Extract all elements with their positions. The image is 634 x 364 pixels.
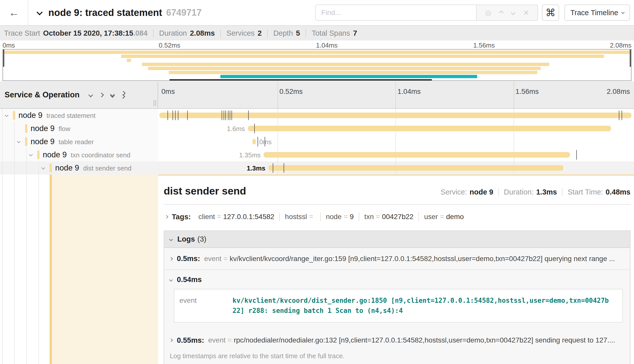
- span-name-column: node 9table reader: [0, 135, 158, 148]
- meta-value: 7: [353, 29, 357, 37]
- indent-guide: [14, 148, 15, 161]
- log-field-table: eventkv/kvclient/kvcoord/dist_sender.go:…: [174, 289, 623, 323]
- log-field-equals: =: [223, 255, 227, 263]
- title-collapse-chevron[interactable]: [37, 10, 42, 15]
- tag-equals: =: [440, 213, 444, 221]
- log-entry-text: event=kv/kvclient/kvcoord/range_iter.go:…: [204, 255, 624, 263]
- view-selector-label: Trace Timeline: [570, 9, 618, 17]
- log-entry-row[interactable]: 0.55ms:event=rpc/nodedialer/nodedialer.g…: [164, 330, 630, 351]
- detail-indent-column: [0, 175, 158, 364]
- column-resize-handle[interactable]: [154, 100, 156, 106]
- span-detail-row: dist sender send Service:node 9Duration:…: [0, 175, 634, 364]
- span-rows-area: node 9traced statementnode 9flow1.6msnod…: [0, 109, 634, 364]
- minimap-scrubber-right[interactable]: [630, 50, 631, 67]
- chevron-right-icon: [169, 338, 173, 342]
- minimap-span-bar: [142, 63, 550, 66]
- log-tick-mark: [173, 111, 173, 120]
- trace-meta-item: Duration2.08ms: [153, 29, 215, 37]
- span-operation-name: flow: [59, 125, 70, 133]
- trace-meta-item: Depth5: [267, 29, 300, 37]
- row-collapse-chevron[interactable]: [29, 153, 33, 156]
- tag-value: demo: [446, 213, 464, 221]
- find-group: ◎ ✕: [315, 5, 538, 21]
- detail-meta-item: Service:node 9: [440, 188, 493, 196]
- tag-value: 00427b22: [382, 213, 414, 221]
- tag-item: hostssl=: [279, 212, 320, 221]
- expand-all-icon[interactable]: [122, 92, 125, 98]
- span-operation-name: dist sender send: [83, 164, 132, 172]
- tag-equals: =: [309, 213, 313, 221]
- tag-equals: =: [376, 213, 380, 221]
- collapse-one-icon[interactable]: [89, 93, 92, 97]
- span-row[interactable]: node 9txn coordinator send1.35ms: [0, 148, 634, 161]
- meta-label: Trace Start: [4, 29, 40, 37]
- span-service-name: node 9flow: [31, 124, 70, 133]
- minimap-scrubber-left[interactable]: [3, 50, 4, 67]
- indent-guide: [38, 161, 39, 175]
- indent-guide: [2, 148, 3, 161]
- span-duration-bar[interactable]: [264, 152, 570, 158]
- log-expanded-header[interactable]: 0.54ms: [170, 275, 624, 284]
- detail-meta-value: 0.48ms: [606, 188, 630, 196]
- meta-label: Total Spans: [312, 29, 350, 37]
- indent-guide: [26, 148, 27, 161]
- trace-timeline-page: ← node 9: traced statement 6749717 ◎ ✕ ⌘…: [0, 0, 634, 364]
- span-duration-bar[interactable]: [268, 165, 563, 171]
- span-color-bar: [13, 111, 15, 120]
- trace-meta-item: Total Spans7: [306, 29, 357, 37]
- span-detail-panel: dist sender send Service:node 9Duration:…: [158, 175, 634, 364]
- span-duration-bar[interactable]: [248, 126, 611, 131]
- minimap-canvas[interactable]: [3, 49, 631, 81]
- log-timestamp: 0.5ms:: [177, 254, 200, 263]
- row-collapse-chevron[interactable]: [5, 113, 8, 117]
- back-button[interactable]: ←: [0, 0, 28, 25]
- span-duration-bar[interactable]: [252, 139, 256, 144]
- keyboard-shortcuts-button[interactable]: ⌘: [542, 5, 559, 21]
- tags-row[interactable]: Tags: client=127.0.0.1:54582hostssl=node…: [164, 212, 630, 221]
- span-service-name: node 9dist sender send: [55, 163, 132, 173]
- find-prev-icon[interactable]: [499, 10, 504, 15]
- logs-header[interactable]: Logs (3): [164, 231, 630, 248]
- find-input[interactable]: [315, 5, 476, 21]
- log-entry-row[interactable]: 0.5ms:event=kv/kvclient/kvcoord/range_it…: [164, 248, 630, 269]
- span-timeline-cell: 1.3ms: [159, 161, 631, 175]
- tag-item: user=demo: [418, 212, 469, 221]
- log-field-value: kv/kvclient/kvcoord/range_iter.go:159 [n…: [230, 255, 615, 263]
- meta-value: 2: [258, 29, 262, 37]
- indent-guide: [26, 161, 27, 175]
- span-row[interactable]: node 9traced statement: [0, 109, 634, 122]
- locate-icon[interactable]: ◎: [485, 9, 491, 17]
- tags-list: client=127.0.0.1:54582hostssl=node=9txn=…: [193, 212, 469, 221]
- row-collapse-chevron[interactable]: [41, 166, 45, 169]
- find-clear-icon[interactable]: ✕: [523, 9, 529, 17]
- trace-minimap: 0ms0.52ms1.04ms1.56ms2.08ms: [0, 40, 634, 81]
- span-row[interactable]: node 9flow1.6ms: [0, 122, 634, 135]
- expand-one-icon[interactable]: [100, 93, 103, 97]
- span-row[interactable]: node 9dist sender send1.3ms: [0, 161, 634, 175]
- minimap-dark-line: [170, 79, 432, 80]
- meta-value: October 15 2020, 17:38:15.084: [43, 29, 147, 37]
- minimap-span-bar: [127, 59, 131, 62]
- indent-guide: [14, 135, 15, 148]
- view-selector-button[interactable]: Trace Timeline: [564, 5, 630, 21]
- span-row[interactable]: node 9table reader0ms: [0, 135, 634, 148]
- row-collapse-chevron[interactable]: [17, 140, 20, 143]
- indent-guide: [26, 175, 27, 364]
- log-tick-mark: [230, 111, 230, 120]
- span-duration-label: 1.6ms: [227, 125, 245, 133]
- tag-equals: =: [217, 213, 221, 221]
- span-duration-label: 1.3ms: [247, 164, 265, 172]
- tag-item: txn=00427b22: [359, 212, 418, 221]
- timeline-header: Service & Operation 0ms0.52ms1.04ms1.56m…: [0, 81, 634, 109]
- find-next-icon[interactable]: [511, 10, 515, 15]
- log-tick-mark: [175, 111, 176, 120]
- span-color-bar: [25, 124, 27, 133]
- log-tick-mark: [222, 111, 222, 120]
- log-field-key: event: [204, 255, 222, 263]
- log-entry-expanded: 0.54mseventkv/kvclient/kvcoord/dist_send…: [164, 269, 630, 330]
- span-timeline-cell: 1.35ms: [159, 148, 631, 161]
- collapse-all-icon[interactable]: [111, 93, 114, 97]
- detail-meta-label: Start Time:: [567, 188, 603, 196]
- span-color-bar: [25, 137, 27, 146]
- log-tick-mark: [284, 163, 284, 173]
